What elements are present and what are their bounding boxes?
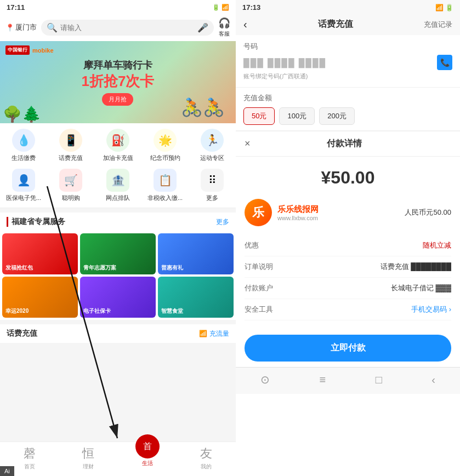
- smart-shop-icon: 🛒: [59, 169, 82, 192]
- right-phone: 17:13 📶 🔋 ‹ 话费充值 充值记录 号码 ███ ████ ████ 📞…: [236, 0, 460, 476]
- amount-100[interactable]: 100元: [279, 107, 315, 125]
- coin-label: 纪念币预约: [150, 154, 180, 162]
- nav-circle-icon[interactable]: ⊙: [260, 373, 270, 386]
- nav-mine[interactable]: 友 我的: [177, 445, 236, 471]
- merchant-name: 乐乐线报网: [277, 204, 399, 215]
- nav-network-queue[interactable]: 🏦 网点排队: [94, 169, 141, 202]
- account-row: 付款账户 长城电子借记 ▓▓▓: [245, 278, 451, 299]
- bottom-nav-right: ⊙ ≡ □ ‹: [236, 367, 460, 394]
- flow-icon: 📶: [199, 330, 207, 337]
- banner-text: 摩拜单车骑行卡 1折抢7次卡 月月抢: [82, 59, 155, 106]
- location-button[interactable]: 📍 厦门市: [5, 22, 37, 32]
- bottom-nav-left: 磬 首页 恒 理财 首 生活 友 我的: [0, 441, 236, 476]
- security-val: 手机交易码 ›: [411, 305, 451, 314]
- status-bar-left: 17:11 🔋 📶: [0, 0, 236, 14]
- nav-sport[interactable]: 🏃 运动专区: [189, 129, 236, 162]
- discount-row: 优惠 随机立减: [245, 235, 451, 256]
- nav-finance-label: 理财: [83, 463, 94, 471]
- card-social[interactable]: 电子社保卡: [80, 277, 156, 318]
- merchant-row: 乐 乐乐线报网 www.llxbw.com 人民币元50.00: [236, 193, 460, 232]
- security-key: 安全工具: [245, 305, 273, 314]
- banner-button[interactable]: 月月抢: [102, 93, 133, 106]
- card-canteen-label: 智慧食堂: [161, 307, 183, 315]
- banner[interactable]: 中国银行 mobike 摩拜单车骑行卡 1折抢7次卡 月月抢 🌳🌲 🚴🚴: [0, 41, 236, 123]
- recharge-header: ‹ 话费充值 充值记录: [236, 14, 460, 35]
- card-social-label: 电子社保卡: [83, 307, 111, 315]
- card-fufu-label: 发福抢红包: [5, 264, 33, 272]
- section-more-button[interactable]: 更多: [216, 217, 229, 227]
- pay-now-button[interactable]: 立即付款: [245, 335, 451, 362]
- section-header: 福建省专属服务 更多: [0, 213, 236, 231]
- payment-amount: ¥50.00: [236, 157, 460, 193]
- amount-50[interactable]: 50元: [243, 107, 275, 125]
- contact-book-button[interactable]: 📞: [437, 55, 452, 70]
- close-button[interactable]: ×: [245, 138, 251, 150]
- phone-recharge-label: 话费充值: [59, 154, 83, 162]
- bike-decoration: 🚴🚴: [181, 97, 225, 118]
- search-input[interactable]: [60, 24, 195, 32]
- home-icon: 磬: [24, 445, 36, 462]
- merchant-site: www.llxbw.com: [277, 215, 399, 221]
- wifi-icon-right: 📶 🔋: [435, 4, 453, 12]
- mobike-logo: mobike: [32, 47, 54, 54]
- nav-gas-card[interactable]: ⛽ 加油卡充值: [94, 129, 141, 162]
- service-button[interactable]: 🎧 客服: [218, 17, 230, 38]
- nav-coin-reservation[interactable]: 🌟 纪念币预约: [141, 129, 189, 162]
- card-volunteer[interactable]: 青年志愿万案: [80, 233, 156, 274]
- nav-tax[interactable]: 📋 非税收入缴...: [141, 169, 189, 202]
- smart-shop-label: 聪明购: [62, 194, 80, 202]
- nav-smart-shop[interactable]: 🛒 聪明购: [47, 169, 94, 202]
- bound-hint: 账号绑定号码(广西联通): [243, 72, 452, 81]
- card-canteen[interactable]: 智慧食堂: [158, 277, 234, 318]
- merchant-logo: 乐: [245, 199, 272, 226]
- location-icon: 📍: [5, 24, 14, 32]
- nav-back-icon[interactable]: ‹: [431, 374, 435, 386]
- bank-logo: 中国银行: [5, 45, 30, 55]
- card-lucky[interactable]: 幸运2020: [2, 277, 78, 318]
- merchant-info: 乐乐线报网 www.llxbw.com: [277, 204, 399, 221]
- search-icon: 🔍: [47, 22, 58, 33]
- card-gift-label: 普惠有礼: [161, 264, 183, 272]
- medical-icon: 👤: [12, 169, 35, 192]
- headset-icon: 🎧: [218, 17, 230, 29]
- nav-finance[interactable]: 恒 理财: [59, 445, 118, 471]
- nav-life-label: 生活: [142, 460, 153, 467]
- nav-square-icon[interactable]: □: [376, 374, 382, 386]
- banner-discount: 1折抢7次卡: [82, 72, 155, 91]
- amount-200[interactable]: 200元: [319, 107, 355, 125]
- finance-icon: 恒: [82, 445, 94, 462]
- service-cards-grid: 发福抢红包 青年志愿万案 普惠有礼 幸运2020 电子社保卡 智慧食堂: [0, 231, 236, 320]
- recharge-record-link[interactable]: 充值记录: [424, 20, 452, 30]
- back-button[interactable]: ‹: [243, 18, 247, 31]
- security-row[interactable]: 安全工具 手机交易码 ›: [245, 299, 451, 320]
- life-fee-icon: 💧: [12, 129, 35, 152]
- card-gift[interactable]: 普惠有礼: [158, 233, 234, 274]
- icons-row-2: 👤 医保电子凭... 🛒 聪明购 🏦 网点排队 📋 非税收入缴... ⠿ 更多: [0, 165, 236, 208]
- nav-life-fee[interactable]: 💧 生活缴费: [0, 129, 47, 162]
- card-lucky-label: 幸运2020: [5, 307, 29, 315]
- merchant-amount: 人民币元50.00: [405, 208, 451, 217]
- status-bar-right: 17:13 📶 🔋: [236, 0, 460, 14]
- flow-recharge-button[interactable]: 📶 充流量: [199, 329, 229, 339]
- flow-label: 充流量: [209, 329, 229, 339]
- nav-medical[interactable]: 👤 医保电子凭...: [0, 169, 47, 202]
- amount-options: 50元 100元 200元: [243, 107, 452, 125]
- nav-phone-recharge[interactable]: 📱 话费充值: [47, 129, 94, 162]
- bottom-section-title: 话费充值: [7, 329, 37, 339]
- card-fufu[interactable]: 发福抢红包: [2, 233, 78, 274]
- search-box[interactable]: 🔍 🎤: [41, 20, 214, 36]
- nav-life[interactable]: 首 生活: [118, 445, 177, 471]
- nav-menu-icon[interactable]: ≡: [320, 374, 326, 386]
- status-icons-left: 🔋 📶: [212, 4, 229, 11]
- medical-label: 医保电子凭...: [6, 194, 41, 202]
- time-left: 17:11: [7, 3, 25, 12]
- sport-icon: 🏃: [201, 129, 224, 152]
- phone-label: 号码: [243, 42, 452, 51]
- nav-more[interactable]: ⠿ 更多: [189, 169, 236, 202]
- life-fee-label: 生活缴费: [12, 154, 36, 162]
- phone-book-icon: 📞: [440, 58, 450, 67]
- discount-key: 优惠: [245, 240, 259, 250]
- nav-mine-label: 我的: [201, 463, 212, 471]
- gas-card-label: 加油卡充值: [103, 154, 133, 162]
- account-val: 长城电子借记 ▓▓▓: [391, 283, 451, 293]
